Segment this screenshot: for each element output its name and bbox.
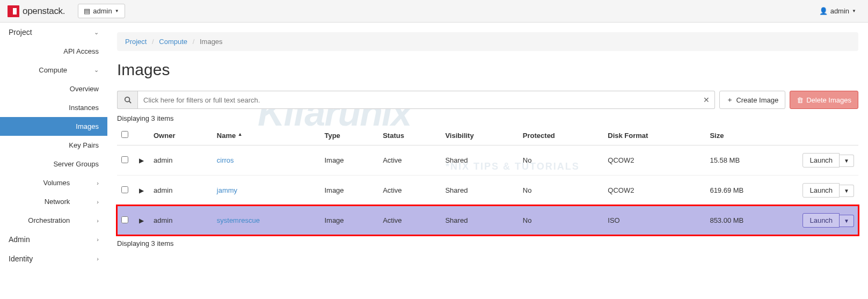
chevron-right-icon: ›: [97, 236, 99, 243]
sidebar-item-label: Volumes: [43, 179, 70, 187]
sidebar-item-label: Images: [76, 122, 99, 130]
cell-protected: No: [519, 206, 603, 236]
sidebar-item-label: Project: [9, 28, 32, 37]
caret-down-icon: ▼: [852, 9, 856, 13]
sidebar-item-volumes[interactable]: Volumes›: [0, 173, 107, 192]
search-clear-button[interactable]: ✕: [698, 91, 715, 109]
sidebar-item-orchestration[interactable]: Orchestration›: [0, 211, 107, 230]
image-name-link[interactable]: jammy: [217, 186, 237, 194]
sidebar-item-instances[interactable]: Instances: [0, 98, 107, 117]
table-row: ▶ admin jammy Image Active Shared No QCO…: [117, 176, 858, 206]
row-checkbox[interactable]: [121, 156, 128, 163]
breadcrumb-project-link[interactable]: Project: [125, 38, 147, 46]
create-image-button[interactable]: ＋Create Image: [719, 91, 785, 109]
project-icon: ▤: [84, 7, 90, 15]
chevron-right-icon: ›: [97, 256, 99, 262]
col-diskformat[interactable]: Disk Format: [603, 126, 705, 145]
user-icon: 👤: [819, 7, 828, 15]
chevron-right-icon: ›: [97, 217, 99, 224]
launch-button[interactable]: Launch: [803, 153, 840, 167]
cell-size: 619.69 MB: [705, 176, 794, 206]
button-label: Create Image: [736, 96, 778, 104]
sidebar-item-project[interactable]: Project ⌄: [0, 23, 107, 42]
breadcrumb-compute-link[interactable]: Compute: [159, 38, 187, 46]
sidebar-item-label: Instances: [69, 104, 99, 112]
search-wrap: ✕: [117, 91, 715, 109]
cell-diskformat: QCOW2: [603, 145, 705, 176]
sidebar-item-identity[interactable]: Identity›: [0, 249, 107, 268]
action-dropdown-button[interactable]: ▼: [840, 155, 854, 167]
sidebar-item-label: Overview: [70, 85, 99, 93]
launch-button[interactable]: Launch: [803, 183, 840, 198]
image-name-link[interactable]: cirros: [217, 156, 234, 164]
col-label: Name: [217, 132, 236, 140]
user-menu-button[interactable]: 👤 admin ▼: [815, 4, 860, 18]
action-dropdown-button[interactable]: ▼: [840, 185, 854, 197]
launch-button[interactable]: Launch: [803, 213, 840, 228]
topbar: openstack. ▤ admin ▼ 👤 admin ▼: [0, 0, 868, 23]
col-visibility[interactable]: Visibility: [441, 126, 518, 145]
openstack-logo-icon: [8, 5, 19, 17]
cell-visibility: Shared: [441, 145, 518, 176]
sidebar-item-label: API Access: [63, 47, 99, 55]
cell-diskformat: ISO: [603, 206, 705, 236]
svg-line-1: [129, 101, 131, 104]
breadcrumb-sep: /: [149, 38, 157, 46]
sidebar-item-network[interactable]: Network›: [0, 192, 107, 211]
user-label: admin: [830, 7, 849, 15]
cell-owner: admin: [149, 176, 213, 206]
row-checkbox[interactable]: [121, 216, 128, 223]
cell-visibility: Shared: [441, 176, 518, 206]
svg-point-0: [125, 97, 129, 102]
chevron-right-icon: ›: [97, 199, 99, 205]
col-type[interactable]: Type: [320, 126, 378, 145]
cell-visibility: Shared: [441, 206, 518, 236]
col-size[interactable]: Size: [705, 126, 794, 145]
chevron-right-icon: ›: [97, 180, 99, 186]
cell-type: Image: [320, 145, 378, 176]
displaying-count-bottom: Displaying 3 items: [117, 239, 858, 247]
table-row-highlighted: ▶ admin systemrescue Image Active Shared…: [117, 206, 858, 236]
search-input[interactable]: [137, 91, 698, 109]
sidebar-item-label: Key Pairs: [69, 141, 99, 149]
brand-text: openstack.: [23, 6, 65, 17]
sidebar-item-overview[interactable]: Overview: [0, 79, 107, 98]
displaying-count-top: Displaying 3 items: [117, 114, 858, 122]
project-selector-button[interactable]: ▤ admin ▼: [78, 4, 125, 18]
table-row: ▶ admin cirros Image Active Shared No QC…: [117, 145, 858, 176]
close-icon: ✕: [703, 96, 710, 104]
sidebar-item-compute[interactable]: Compute ⌄: [0, 61, 107, 79]
sidebar-item-images[interactable]: Images: [0, 117, 107, 136]
cell-status: Active: [378, 145, 441, 176]
action-dropdown-button[interactable]: ▼: [840, 215, 854, 227]
main-content: Project / Compute / Images Images ✕ ＋Cre…: [107, 23, 868, 268]
cell-size: 15.58 MB: [705, 145, 794, 176]
col-protected[interactable]: Protected: [519, 126, 603, 145]
images-table: Owner Name ▲ Type Status Visibility Prot…: [117, 126, 858, 235]
select-all-checkbox[interactable]: [121, 131, 128, 138]
sidebar-item-keypairs[interactable]: Key Pairs: [0, 136, 107, 155]
sidebar-item-admin[interactable]: Admin›: [0, 230, 107, 249]
col-owner[interactable]: Owner: [149, 126, 213, 145]
cell-diskformat: QCOW2: [603, 176, 705, 206]
sidebar-item-label: Compute: [39, 66, 67, 74]
chevron-down-icon: ⌄: [94, 29, 99, 36]
expand-row-icon[interactable]: ▶: [137, 187, 145, 194]
expand-row-icon[interactable]: ▶: [137, 157, 145, 164]
button-label: Delete Images: [806, 96, 851, 104]
sidebar-item-api-access[interactable]: API Access: [0, 42, 107, 61]
col-name[interactable]: Name ▲: [213, 126, 320, 145]
expand-row-icon[interactable]: ▶: [137, 217, 145, 224]
delete-images-button[interactable]: 🗑Delete Images: [790, 91, 858, 109]
cell-status: Active: [378, 206, 441, 236]
cell-type: Image: [320, 206, 378, 236]
sidebar: Project ⌄ API Access Compute ⌄ Overview …: [0, 23, 107, 268]
row-checkbox[interactable]: [121, 186, 128, 193]
cell-status: Active: [378, 176, 441, 206]
sidebar-item-servergroups[interactable]: Server Groups: [0, 155, 107, 173]
cell-size: 853.00 MB: [705, 206, 794, 236]
image-name-link[interactable]: systemrescue: [217, 216, 260, 224]
brand[interactable]: openstack.: [8, 5, 65, 17]
cell-protected: No: [519, 176, 603, 206]
col-status[interactable]: Status: [378, 126, 441, 145]
